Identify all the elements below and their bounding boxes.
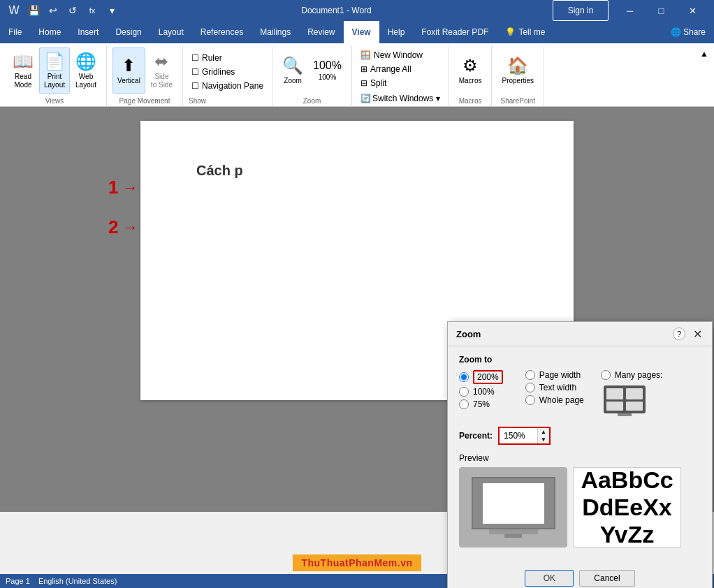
print-layout-button[interactable]: 📄 PrintLayout [39, 47, 70, 94]
vertical-button[interactable]: ⬆ Vertical [112, 47, 145, 94]
properties-icon: 🏠 [507, 56, 528, 75]
zoom-items: 🔍 Zoom 100% 100% [278, 47, 346, 96]
nav-pane-label: Navigation Pane [202, 81, 263, 91]
collapse-ribbon-button[interactable]: ▲ [697, 46, 711, 61]
print-layout-label: PrintLayout [44, 73, 65, 89]
tab-file[interactable]: File [0, 21, 30, 43]
macros-items: ⚙ Macros [455, 47, 486, 96]
radio-200-input[interactable] [459, 372, 469, 382]
close-button[interactable]: ✕ [677, 0, 708, 21]
many-pages-svg [604, 385, 646, 416]
radio-many-pages[interactable]: Many pages: [601, 370, 663, 380]
radio-75[interactable]: 75% [459, 399, 503, 409]
sign-in-button[interactable]: Sign in [553, 0, 609, 21]
dialog-close-button[interactable]: ✕ [691, 328, 704, 340]
ribbon-group-window: 🪟 New Window ⊞ Arrange All ⊟ Split 🔄 Swi… [352, 46, 449, 106]
undo-button[interactable]: ↩ [45, 2, 61, 19]
ribbon-group-views: 📖 ReadMode 📄 PrintLayout 🌐 WebLayout Vie… [3, 46, 107, 106]
tab-insert[interactable]: Insert [69, 21, 107, 43]
split-button[interactable]: ⊟ Split [358, 77, 425, 89]
gridlines-checkbox[interactable]: ☐ Gridlines [189, 66, 266, 78]
tab-share[interactable]: 🌐 Share [662, 21, 714, 43]
properties-label: Properties [502, 77, 534, 85]
tab-mailings[interactable]: Mailings [252, 21, 299, 43]
zoom-button[interactable]: 🔍 Zoom [278, 47, 307, 94]
zoom-col-middle: Page width Text width Whole page [525, 370, 584, 418]
ribbon-group-zoom: 🔍 Zoom 100% 100% Zoom [272, 46, 352, 106]
preview-monitor [459, 467, 567, 547]
zoom-100-button[interactable]: 100% 100% [309, 47, 346, 94]
radio-100-input[interactable] [459, 387, 469, 397]
zoom-100-label: 100% [319, 73, 337, 82]
zoom-label: Zoom [284, 77, 302, 85]
minimize-button[interactable]: ─ [614, 0, 646, 21]
monitor-stand [504, 534, 522, 538]
sharepoint-items: 🏠 Properties [497, 47, 538, 96]
svg-rect-4 [626, 402, 643, 411]
monitor-paper [483, 483, 544, 524]
radio-100[interactable]: 100% [459, 387, 503, 397]
views-items: 📖 ReadMode 📄 PrintLayout 🌐 WebLayout [8, 47, 101, 96]
zoom-100-icon: 100% [313, 59, 342, 72]
radio-200[interactable]: 200% [459, 370, 503, 384]
percent-decrement-button[interactable]: ▼ [538, 436, 549, 443]
status-left: Page 1 English (United States) [6, 577, 117, 585]
radio-whole-page-input[interactable] [525, 395, 535, 405]
annotation-1-arrow: → [122, 179, 138, 197]
switch-windows-label: Switch Windows ▾ [372, 94, 440, 103]
radio-75-input[interactable] [459, 399, 469, 409]
preview-label: Preview [459, 453, 701, 463]
ruler-label: Ruler [202, 53, 222, 63]
side-to-side-label: Sideto Side [151, 73, 173, 89]
tab-references[interactable]: References [192, 21, 252, 43]
watermark-text: ThuThuatPhanMem.vn [293, 554, 421, 571]
web-layout-button[interactable]: 🌐 WebLayout [71, 47, 101, 94]
tab-view[interactable]: View [344, 21, 379, 43]
redo-button[interactable]: ↺ [64, 2, 81, 19]
radio-text-width-input[interactable] [525, 383, 535, 392]
read-mode-button[interactable]: 📖 ReadMode [8, 47, 38, 94]
side-to-side-button[interactable]: ⬌ Sideto Side [147, 47, 177, 94]
nav-pane-checkbox[interactable]: ☐ Navigation Pane [189, 80, 266, 92]
dialog-help-button[interactable]: ? [673, 328, 685, 340]
radio-page-width-input[interactable] [525, 370, 535, 380]
tab-design[interactable]: Design [107, 21, 150, 43]
radio-text-width[interactable]: Text width [525, 383, 584, 392]
radio-page-width-label: Page width [539, 370, 581, 380]
percent-row: Percent: ▲ ▼ [459, 427, 701, 445]
radio-page-width[interactable]: Page width [525, 370, 584, 380]
print-layout-icon: 📄 [44, 52, 65, 71]
radio-whole-page[interactable]: Whole page [525, 395, 584, 405]
properties-button[interactable]: 🏠 Properties [497, 47, 538, 94]
web-layout-label: WebLayout [75, 73, 96, 89]
svg-rect-5 [618, 413, 632, 416]
new-window-button[interactable]: 🪟 New Window [358, 49, 425, 61]
radio-many-pages-input[interactable] [601, 370, 611, 380]
quick-access-toolbar: W 💾 ↩ ↺ fx ▾ [6, 2, 120, 19]
switch-windows-button[interactable]: 🔄 Switch Windows ▾ [358, 92, 443, 105]
arrange-all-button[interactable]: ⊞ Arrange All [358, 63, 425, 75]
tab-review[interactable]: Review [299, 21, 343, 43]
maximize-button[interactable]: □ [646, 0, 677, 21]
ruler-checkbox[interactable]: ☐ Ruler [189, 52, 266, 64]
tab-tell-me[interactable]: 💡 Tell me [497, 21, 553, 43]
customize-qat-button[interactable]: ▾ [103, 2, 120, 19]
tab-home[interactable]: Home [30, 21, 69, 43]
formula-button[interactable]: fx [84, 2, 101, 19]
status-page: Page 1 [6, 577, 30, 585]
tab-help[interactable]: Help [379, 21, 414, 43]
save-button[interactable]: 💾 [25, 2, 42, 19]
macros-label-group: Macros [459, 96, 482, 105]
tab-layout[interactable]: Layout [150, 21, 192, 43]
radio-many-pages-label: Many pages: [615, 370, 663, 380]
ok-button[interactable]: OK [525, 570, 574, 587]
cancel-button[interactable]: Cancel [579, 570, 634, 587]
radio-75-label: 75% [473, 399, 490, 409]
percent-increment-button[interactable]: ▲ [538, 428, 549, 436]
tab-foxit[interactable]: Foxit Reader PDF [413, 21, 497, 43]
monitor-base [489, 529, 538, 534]
macros-button[interactable]: ⚙ Macros [455, 47, 486, 94]
many-pages-icon-container[interactable] [604, 385, 663, 418]
percent-input[interactable] [500, 428, 537, 443]
radio-100-label: 100% [473, 387, 495, 397]
